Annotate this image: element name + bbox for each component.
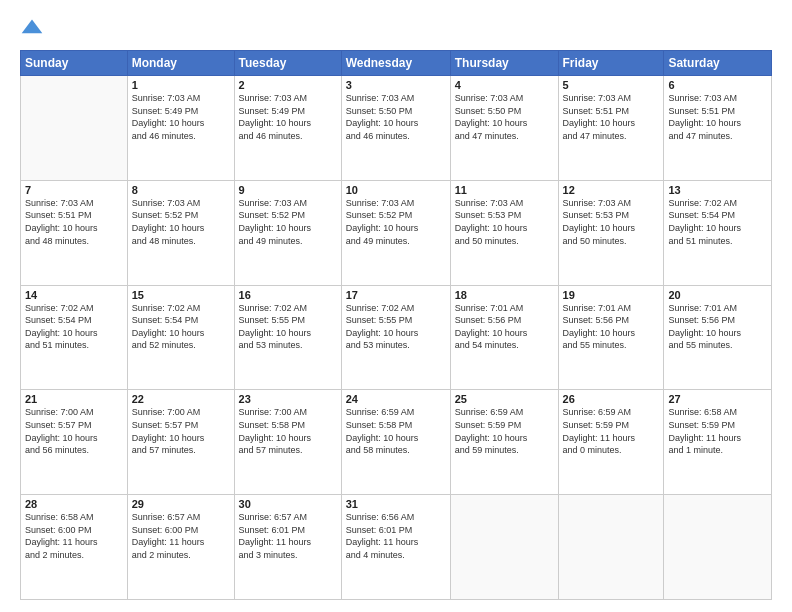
- day-number: 24: [346, 393, 446, 405]
- header-cell-wednesday: Wednesday: [341, 51, 450, 76]
- day-number: 1: [132, 79, 230, 91]
- day-number: 6: [668, 79, 767, 91]
- day-cell: 13Sunrise: 7:02 AMSunset: 5:54 PMDayligh…: [664, 180, 772, 285]
- day-info: Sunrise: 7:01 AMSunset: 5:56 PMDaylight:…: [668, 302, 767, 352]
- day-number: 4: [455, 79, 554, 91]
- day-info: Sunrise: 7:03 AMSunset: 5:51 PMDaylight:…: [25, 197, 123, 247]
- day-number: 16: [239, 289, 337, 301]
- day-number: 26: [563, 393, 660, 405]
- week-row-1: 1Sunrise: 7:03 AMSunset: 5:49 PMDaylight…: [21, 76, 772, 181]
- day-cell: 21Sunrise: 7:00 AMSunset: 5:57 PMDayligh…: [21, 390, 128, 495]
- day-cell: 5Sunrise: 7:03 AMSunset: 5:51 PMDaylight…: [558, 76, 664, 181]
- day-info: Sunrise: 7:03 AMSunset: 5:52 PMDaylight:…: [239, 197, 337, 247]
- day-cell: 24Sunrise: 6:59 AMSunset: 5:58 PMDayligh…: [341, 390, 450, 495]
- day-number: 15: [132, 289, 230, 301]
- day-number: 19: [563, 289, 660, 301]
- day-cell: 1Sunrise: 7:03 AMSunset: 5:49 PMDaylight…: [127, 76, 234, 181]
- day-cell: 9Sunrise: 7:03 AMSunset: 5:52 PMDaylight…: [234, 180, 341, 285]
- day-cell: 25Sunrise: 6:59 AMSunset: 5:59 PMDayligh…: [450, 390, 558, 495]
- day-info: Sunrise: 6:59 AMSunset: 5:58 PMDaylight:…: [346, 406, 446, 456]
- day-number: 23: [239, 393, 337, 405]
- day-info: Sunrise: 6:57 AMSunset: 6:00 PMDaylight:…: [132, 511, 230, 561]
- day-number: 7: [25, 184, 123, 196]
- header-cell-friday: Friday: [558, 51, 664, 76]
- day-info: Sunrise: 7:03 AMSunset: 5:51 PMDaylight:…: [668, 92, 767, 142]
- day-cell: 17Sunrise: 7:02 AMSunset: 5:55 PMDayligh…: [341, 285, 450, 390]
- day-number: 27: [668, 393, 767, 405]
- day-info: Sunrise: 7:03 AMSunset: 5:49 PMDaylight:…: [132, 92, 230, 142]
- day-info: Sunrise: 7:02 AMSunset: 5:55 PMDaylight:…: [346, 302, 446, 352]
- day-number: 14: [25, 289, 123, 301]
- day-info: Sunrise: 7:02 AMSunset: 5:54 PMDaylight:…: [668, 197, 767, 247]
- day-info: Sunrise: 7:03 AMSunset: 5:52 PMDaylight:…: [346, 197, 446, 247]
- day-info: Sunrise: 7:02 AMSunset: 5:55 PMDaylight:…: [239, 302, 337, 352]
- day-info: Sunrise: 7:03 AMSunset: 5:50 PMDaylight:…: [455, 92, 554, 142]
- day-info: Sunrise: 7:03 AMSunset: 5:52 PMDaylight:…: [132, 197, 230, 247]
- day-number: 29: [132, 498, 230, 510]
- day-cell: 18Sunrise: 7:01 AMSunset: 5:56 PMDayligh…: [450, 285, 558, 390]
- day-cell: 16Sunrise: 7:02 AMSunset: 5:55 PMDayligh…: [234, 285, 341, 390]
- day-number: 18: [455, 289, 554, 301]
- day-number: 22: [132, 393, 230, 405]
- day-cell: [664, 495, 772, 600]
- day-cell: 14Sunrise: 7:02 AMSunset: 5:54 PMDayligh…: [21, 285, 128, 390]
- day-number: 11: [455, 184, 554, 196]
- header-cell-sunday: Sunday: [21, 51, 128, 76]
- day-cell: 10Sunrise: 7:03 AMSunset: 5:52 PMDayligh…: [341, 180, 450, 285]
- week-row-3: 14Sunrise: 7:02 AMSunset: 5:54 PMDayligh…: [21, 285, 772, 390]
- week-row-2: 7Sunrise: 7:03 AMSunset: 5:51 PMDaylight…: [21, 180, 772, 285]
- logo-icon: [20, 16, 44, 40]
- day-info: Sunrise: 6:58 AMSunset: 5:59 PMDaylight:…: [668, 406, 767, 456]
- day-cell: [450, 495, 558, 600]
- day-number: 3: [346, 79, 446, 91]
- day-cell: 22Sunrise: 7:00 AMSunset: 5:57 PMDayligh…: [127, 390, 234, 495]
- day-info: Sunrise: 7:00 AMSunset: 5:57 PMDaylight:…: [25, 406, 123, 456]
- day-info: Sunrise: 7:00 AMSunset: 5:57 PMDaylight:…: [132, 406, 230, 456]
- logo: [20, 16, 48, 40]
- week-row-4: 21Sunrise: 7:00 AMSunset: 5:57 PMDayligh…: [21, 390, 772, 495]
- day-number: 5: [563, 79, 660, 91]
- day-number: 31: [346, 498, 446, 510]
- day-cell: 28Sunrise: 6:58 AMSunset: 6:00 PMDayligh…: [21, 495, 128, 600]
- day-cell: 26Sunrise: 6:59 AMSunset: 5:59 PMDayligh…: [558, 390, 664, 495]
- day-cell: 11Sunrise: 7:03 AMSunset: 5:53 PMDayligh…: [450, 180, 558, 285]
- day-cell: 8Sunrise: 7:03 AMSunset: 5:52 PMDaylight…: [127, 180, 234, 285]
- day-cell: 31Sunrise: 6:56 AMSunset: 6:01 PMDayligh…: [341, 495, 450, 600]
- day-number: 25: [455, 393, 554, 405]
- day-number: 17: [346, 289, 446, 301]
- day-number: 30: [239, 498, 337, 510]
- calendar-table: SundayMondayTuesdayWednesdayThursdayFrid…: [20, 50, 772, 600]
- day-info: Sunrise: 6:56 AMSunset: 6:01 PMDaylight:…: [346, 511, 446, 561]
- day-number: 8: [132, 184, 230, 196]
- day-cell: 30Sunrise: 6:57 AMSunset: 6:01 PMDayligh…: [234, 495, 341, 600]
- day-info: Sunrise: 7:03 AMSunset: 5:53 PMDaylight:…: [563, 197, 660, 247]
- header-cell-tuesday: Tuesday: [234, 51, 341, 76]
- day-cell: 29Sunrise: 6:57 AMSunset: 6:00 PMDayligh…: [127, 495, 234, 600]
- day-number: 12: [563, 184, 660, 196]
- day-info: Sunrise: 6:59 AMSunset: 5:59 PMDaylight:…: [563, 406, 660, 456]
- svg-marker-0: [22, 19, 43, 33]
- day-cell: 12Sunrise: 7:03 AMSunset: 5:53 PMDayligh…: [558, 180, 664, 285]
- day-info: Sunrise: 7:01 AMSunset: 5:56 PMDaylight:…: [563, 302, 660, 352]
- day-cell: 20Sunrise: 7:01 AMSunset: 5:56 PMDayligh…: [664, 285, 772, 390]
- day-cell: 19Sunrise: 7:01 AMSunset: 5:56 PMDayligh…: [558, 285, 664, 390]
- day-number: 20: [668, 289, 767, 301]
- day-cell: [21, 76, 128, 181]
- day-info: Sunrise: 7:00 AMSunset: 5:58 PMDaylight:…: [239, 406, 337, 456]
- day-cell: 4Sunrise: 7:03 AMSunset: 5:50 PMDaylight…: [450, 76, 558, 181]
- day-number: 2: [239, 79, 337, 91]
- day-cell: 7Sunrise: 7:03 AMSunset: 5:51 PMDaylight…: [21, 180, 128, 285]
- day-number: 21: [25, 393, 123, 405]
- day-cell: 3Sunrise: 7:03 AMSunset: 5:50 PMDaylight…: [341, 76, 450, 181]
- header-cell-monday: Monday: [127, 51, 234, 76]
- header-cell-thursday: Thursday: [450, 51, 558, 76]
- day-info: Sunrise: 7:02 AMSunset: 5:54 PMDaylight:…: [132, 302, 230, 352]
- day-info: Sunrise: 7:03 AMSunset: 5:53 PMDaylight:…: [455, 197, 554, 247]
- day-info: Sunrise: 7:03 AMSunset: 5:50 PMDaylight:…: [346, 92, 446, 142]
- week-row-5: 28Sunrise: 6:58 AMSunset: 6:00 PMDayligh…: [21, 495, 772, 600]
- calendar-header: SundayMondayTuesdayWednesdayThursdayFrid…: [21, 51, 772, 76]
- day-info: Sunrise: 6:57 AMSunset: 6:01 PMDaylight:…: [239, 511, 337, 561]
- header-cell-saturday: Saturday: [664, 51, 772, 76]
- day-number: 13: [668, 184, 767, 196]
- day-info: Sunrise: 7:02 AMSunset: 5:54 PMDaylight:…: [25, 302, 123, 352]
